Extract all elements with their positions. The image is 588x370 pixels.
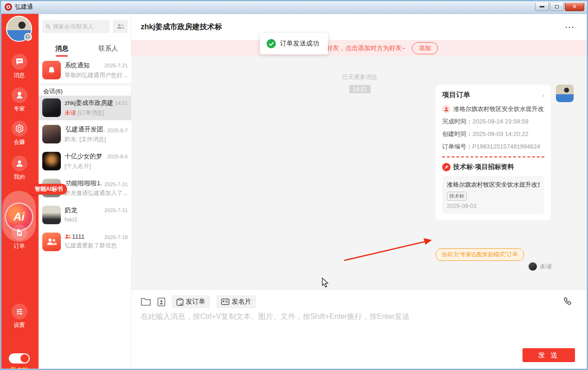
chat-title: 1111 — [65, 233, 103, 240]
avatar — [42, 98, 61, 117]
chat-title: 奶龙 — [65, 206, 103, 214]
search-icon — [46, 24, 51, 30]
people-icon — [117, 23, 124, 30]
folder-icon[interactable] — [141, 298, 151, 306]
chat-title: zhkj姜成市政房建技... — [65, 99, 113, 107]
send-button[interactable]: 发 送 — [523, 348, 575, 362]
ai-tooltip: 智能AI标书 — [31, 184, 67, 195]
sidebar-item-mine[interactable]: 我的 — [0, 156, 39, 181]
friend-banner: 好友，点击添加对方为好友~ 添加 — [131, 40, 588, 56]
sidebar-item-settings[interactable]: 设置 — [0, 304, 39, 329]
message-input[interactable] — [141, 312, 559, 344]
more-menu-button[interactable]: ··· — [565, 23, 575, 31]
client-mode-label: 客户端 — [0, 366, 39, 370]
list-item-conversation[interactable]: 弘建通开发团... 2025-8-7 奶龙: [文件消息] — [39, 122, 131, 147]
attachment-title: 准格尔旗农村牧区安全饮水提升改造... — [447, 181, 540, 189]
order-mode-pill: 当前为“专家匹配奖励模式”订单 — [436, 248, 524, 261]
list-item-conversation[interactable]: 1111 2025-7-18 弘建通更新了群信息 — [39, 230, 131, 254]
project-name: 准格尔旗农村牧区安全饮水提升改造... — [453, 105, 544, 113]
chat-title: 十亿少女的梦 — [65, 152, 105, 161]
divider — [39, 83, 131, 86]
bell-icon — [42, 61, 61, 79]
attachment-date: 2025-09-03 — [447, 203, 540, 209]
read-status-text: 未读 — [540, 262, 552, 271]
sidebar-label: 订单 — [0, 242, 39, 250]
maximize-button[interactable] — [550, 3, 564, 11]
order-card-title: 项目订单 — [442, 91, 542, 99]
check-icon — [267, 39, 276, 48]
minimize-button[interactable] — [535, 3, 549, 11]
chat-title: 功能啦啦啦1... — [65, 179, 103, 188]
client-mode-toggle[interactable] — [9, 353, 30, 364]
friend-banner-text: 好友，点击添加对方为好友~ — [327, 44, 405, 52]
chat-preview: [个人名片] — [65, 162, 128, 170]
chat-preview: 尊敬的弘建通用户您好... — [65, 71, 128, 79]
timestamp-chip: 14:21 — [349, 85, 370, 93]
sidebar-item-experts[interactable]: 专家 — [0, 87, 39, 113]
chat-header: zhkj姜成市政房建技术标 ··· — [131, 14, 588, 40]
sidebar-label: 会赚 — [0, 138, 39, 146]
chat-time: 2025-7-18 — [105, 234, 128, 240]
chat-preview: hao1 — [65, 216, 128, 223]
avatar — [42, 152, 61, 170]
no-more-messages-text: 已无更多消息 — [131, 73, 588, 81]
chat-bubble-icon — [15, 58, 24, 66]
list-item-conversation[interactable]: 十亿少女的梦 2025-8-6 [个人名片] — [39, 149, 131, 174]
order-field: 订单编号：P1963125157491994624 — [442, 143, 544, 151]
hexagon-logo-icon — [15, 124, 24, 133]
sidebar-item-orders[interactable]: 订单 — [0, 225, 39, 250]
toast-text: 订单发送成功 — [280, 39, 319, 48]
attachment-tag: 技术标 — [447, 192, 467, 201]
people-icon — [46, 238, 57, 246]
chat-preview: 弘建通更新了群信息 — [65, 242, 128, 250]
clipboard-plus-icon — [176, 298, 183, 306]
tab-contacts[interactable]: 联系人 — [85, 41, 131, 58]
sidebar-label: 设置 — [0, 321, 39, 329]
send-order-button[interactable]: 发订单 — [172, 295, 210, 308]
chat-preview: 奶龙: [文件消息] — [65, 136, 128, 143]
section-label: 会话(6) — [43, 87, 63, 96]
wrench-icon — [442, 163, 451, 171]
chat-main-panel: zhkj姜成市政房建技术标 ··· 好友，点击添加对方为好友~ 添加 订单发送成… — [131, 14, 588, 370]
create-group-button[interactable] — [113, 20, 128, 33]
user-avatar[interactable] — [6, 16, 32, 42]
sidebar-item-earn[interactable]: 会赚 — [0, 121, 39, 146]
chat-time: 2025-7-21 — [105, 63, 128, 68]
tab-messages[interactable]: 消息 — [39, 41, 85, 58]
sliders-icon — [15, 307, 24, 316]
search-box[interactable] — [42, 20, 110, 33]
chat-time: 2025-7-31 — [105, 208, 128, 213]
chat-title: 系统通知 — [65, 61, 103, 70]
contact-card-icon[interactable] — [157, 298, 165, 306]
chat-preview: 奶龙邀请弘建通加入了... — [65, 189, 128, 197]
send-namecard-button[interactable]: 发名片 — [216, 295, 256, 308]
close-button[interactable]: ✕ — [565, 3, 584, 11]
order-message-card[interactable]: 项目订单 › 准格尔旗农村牧区安全饮水提升改造... 完成时间：2025-09-… — [436, 84, 551, 220]
add-friend-button[interactable]: 添加 — [412, 42, 438, 54]
chat-time: 2025-7-31 — [105, 182, 128, 187]
attachment-section-title: 技术标·项目招标资料 — [453, 163, 514, 171]
avatar — [42, 125, 61, 143]
document-icon — [15, 228, 24, 237]
list-item-conversation[interactable]: zhkj姜成市政房建技... 14:21 未读 [订单消息] — [39, 96, 131, 120]
ai-label: Ai — [13, 210, 25, 223]
phone-call-icon[interactable] — [563, 296, 573, 306]
read-status: 未读 — [529, 262, 552, 271]
sidebar-label: 我的 — [0, 173, 39, 181]
app-logo-icon — [5, 3, 12, 11]
search-input[interactable] — [53, 23, 106, 30]
sender-avatar[interactable] — [556, 84, 574, 102]
chat-time: 14:21 — [115, 100, 128, 106]
title-bar: 弘建通 ✕ — [0, 0, 588, 14]
message-area: 已无更多消息 14:21 项目订单 › 准格尔旗农村牧区安全饮水提升改造... … — [131, 56, 588, 289]
sidebar-item-messages[interactable]: 消息 — [0, 54, 39, 79]
list-item-system-notice[interactable]: 系统通知 2025-7-21 尊敬的弘建通用户您好... — [39, 58, 131, 83]
window-title: 弘建通 — [15, 3, 33, 11]
list-item-conversation[interactable]: 奶龙 2025-7-31 hao1 — [39, 203, 131, 227]
sidebar-label: 专家 — [0, 105, 39, 113]
sidebar-label: 消息 — [0, 71, 39, 79]
chat-preview: 未读 [订单消息] — [65, 109, 128, 117]
chat-time: 2025-8-7 — [107, 128, 128, 133]
group-icon — [65, 234, 71, 239]
attachment-card[interactable]: 准格尔旗农村牧区安全饮水提升改造... 技术标 2025-09-03 — [442, 176, 544, 214]
